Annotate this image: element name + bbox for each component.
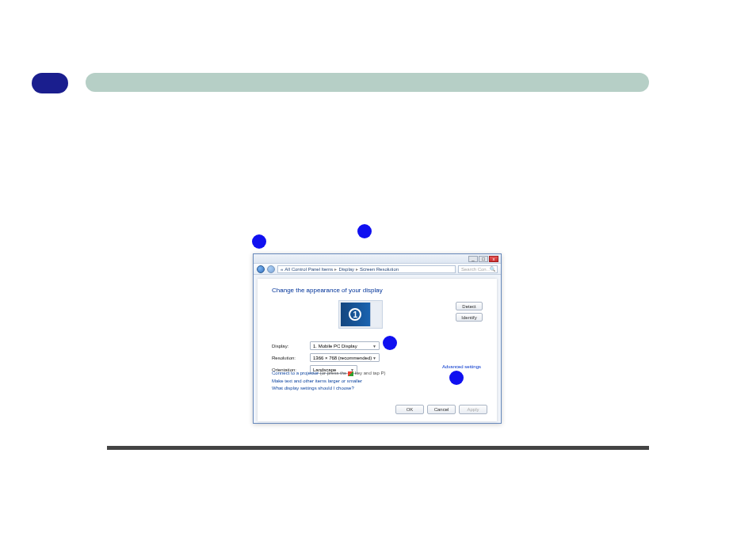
callout-marker-3 bbox=[383, 336, 397, 350]
callout-marker-4 bbox=[449, 371, 464, 385]
content-pane: Change the appearance of your display 1 … bbox=[258, 279, 497, 421]
monitor-number: 1 bbox=[349, 308, 361, 321]
resolution-label: Resolution: bbox=[272, 356, 310, 360]
resolution-dropdown[interactable]: 1366 × 768 (recommended) ▼ bbox=[310, 353, 380, 362]
projector-note-pre: (or press the bbox=[320, 371, 348, 375]
breadcrumb[interactable]: « All Control Panel Items ▸ Display ▸ Sc… bbox=[277, 265, 456, 273]
breadcrumb-item[interactable]: Screen Resolution bbox=[360, 267, 399, 272]
cancel-button[interactable]: Cancel bbox=[427, 405, 456, 414]
page-number-badge bbox=[32, 73, 68, 93]
ok-button[interactable]: OK bbox=[395, 405, 424, 414]
display-label: Display: bbox=[272, 344, 310, 348]
apply-button[interactable]: Apply bbox=[459, 405, 487, 414]
what-settings-link[interactable]: What display settings should I choose? bbox=[272, 386, 354, 390]
resolution-value: 1366 × 768 (recommended) bbox=[313, 356, 372, 360]
maximize-button[interactable]: □ bbox=[479, 256, 488, 262]
window-titlebar: _ □ x bbox=[254, 254, 501, 264]
monitor-preview[interactable]: 1 bbox=[338, 300, 383, 329]
back-button[interactable] bbox=[257, 265, 265, 273]
forward-button[interactable] bbox=[267, 265, 275, 273]
chevron-down-icon: ▼ bbox=[372, 356, 376, 360]
windows-key-icon bbox=[348, 371, 353, 376]
page-footer-divider bbox=[107, 446, 649, 450]
monitor-side bbox=[370, 303, 380, 326]
search-placeholder: Search Con... bbox=[461, 267, 491, 272]
projector-note-post: key and tap P) bbox=[355, 371, 386, 375]
page-title: Change the appearance of your display bbox=[272, 287, 483, 294]
detect-button[interactable]: Detect bbox=[456, 302, 483, 310]
display-preview-area: 1 Detect Identify bbox=[272, 300, 483, 333]
search-icon: 🔍 bbox=[490, 266, 495, 272]
help-links: Connect to a projector (or press the key… bbox=[272, 370, 385, 393]
chevron-down-icon: ▼ bbox=[372, 344, 376, 348]
page-header-bar bbox=[86, 73, 649, 92]
connect-projector-link[interactable]: Connect to a projector bbox=[272, 371, 319, 375]
dialog-footer: OK Cancel Apply bbox=[395, 405, 487, 414]
explorer-navbar: « All Control Panel Items ▸ Display ▸ Sc… bbox=[254, 264, 501, 275]
text-size-link[interactable]: Make text and other items larger or smal… bbox=[272, 379, 362, 383]
breadcrumb-separator-icon: ▸ bbox=[334, 266, 337, 272]
close-button[interactable]: x bbox=[489, 256, 498, 262]
callout-marker-2 bbox=[357, 224, 372, 238]
breadcrumb-item[interactable]: All Control Panel Items bbox=[284, 267, 333, 272]
display-value: 1. Mobile PC Display bbox=[313, 344, 357, 348]
screen-resolution-window: _ □ x « All Control Panel Items ▸ Displa… bbox=[253, 253, 502, 424]
breadcrumb-separator-icon: ▸ bbox=[356, 266, 358, 272]
breadcrumb-item[interactable]: Display bbox=[338, 267, 354, 272]
breadcrumb-prefix: « bbox=[281, 267, 283, 272]
identify-button[interactable]: Identify bbox=[456, 313, 483, 322]
monitor-screen-1: 1 bbox=[341, 303, 370, 326]
advanced-settings-link[interactable]: Advanced settings bbox=[442, 364, 481, 369]
callout-marker-1 bbox=[252, 234, 266, 249]
display-dropdown[interactable]: 1. Mobile PC Display ▼ bbox=[310, 341, 380, 350]
search-input[interactable]: Search Con... 🔍 bbox=[458, 265, 498, 273]
minimize-button[interactable]: _ bbox=[468, 256, 478, 262]
